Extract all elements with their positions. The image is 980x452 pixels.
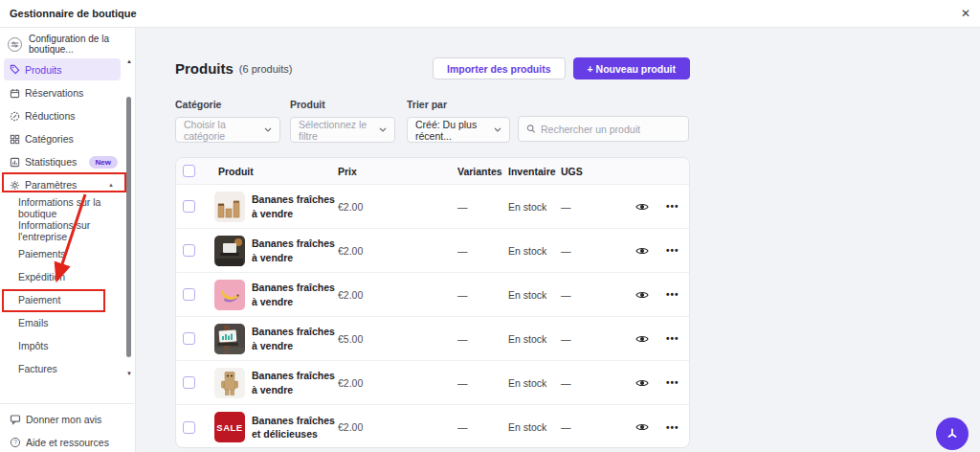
sidebar-subitem-informations-entreprise[interactable]: Informations sur l'entreprise [0, 219, 135, 242]
eye-icon [635, 246, 649, 256]
product-price: €2.00 [338, 289, 457, 301]
row-menu-button[interactable]: ••• [666, 422, 690, 433]
sort-select[interactable]: Créé: Du plus récent... [407, 117, 510, 143]
eye-icon [635, 422, 649, 432]
view-product-button[interactable] [634, 286, 651, 304]
row-checkbox[interactable] [183, 421, 195, 434]
product-thumbnail: SALE [214, 412, 245, 442]
inventory-status: En stock [508, 377, 561, 389]
inventory-status: En stock [508, 421, 561, 433]
sidebar-item-label: Réductions [25, 110, 76, 122]
product-name: Bananes fraîches à vendre [252, 369, 336, 396]
table-row: Bananes fraîches à vendre €2.00 — En sto… [176, 273, 689, 317]
help-link[interactable]: ? Aide et ressources [0, 431, 134, 452]
row-menu-button[interactable]: ••• [666, 333, 690, 344]
sidebar-subitem-expedition[interactable]: Expédition [0, 265, 135, 288]
collapse-caret-icon[interactable]: ▲ [108, 182, 114, 188]
product-filter-select[interactable]: Sélectionnez le filtre [290, 117, 395, 143]
search-input[interactable] [541, 124, 680, 135]
scroll-down-icon[interactable]: ▼ [124, 371, 134, 376]
sidebar-subitem-paiements[interactable]: Paiements [0, 242, 135, 265]
header-product: Produit [212, 166, 338, 177]
store-configuration-label: Configuration de la boutique... [29, 34, 135, 55]
sidebar-item-label: Produits [25, 64, 62, 76]
row-checkbox[interactable] [183, 376, 195, 389]
product-thumbnail [214, 192, 245, 222]
feedback-link[interactable]: Donner mon avis [0, 408, 134, 431]
select-all-checkbox[interactable] [183, 165, 195, 177]
eye-icon [635, 290, 649, 300]
sidebar-item-label: Paramètres [25, 179, 77, 191]
product-price: €5.00 [338, 333, 457, 345]
sidebar-subitem-informations-boutique[interactable]: Informations sur la boutique [0, 196, 135, 219]
inventory-status: En stock [508, 245, 561, 257]
product-price: €2.00 [338, 245, 457, 257]
view-product-button[interactable] [634, 330, 651, 348]
product-thumbnail [214, 236, 245, 266]
sidebar-item-categories[interactable]: Catégories [0, 127, 135, 150]
store-configuration-link[interactable]: Configuration de la boutique... [0, 34, 135, 55]
discount-icon [10, 111, 20, 122]
row-menu-button[interactable]: ••• [666, 245, 690, 256]
eye-icon [635, 334, 649, 344]
table-row: Bananes fraîches à vendre €2.00 — En sto… [176, 361, 689, 405]
row-checkbox[interactable] [183, 332, 195, 345]
view-product-button[interactable] [634, 242, 651, 260]
chevron-down-icon [379, 127, 387, 132]
header-variants: Variantes [457, 166, 508, 177]
row-checkbox[interactable] [183, 288, 195, 301]
close-icon[interactable]: ✕ [961, 8, 970, 19]
category-select[interactable]: Choisir la catégorie [175, 117, 280, 143]
sale-label: SALE [216, 422, 242, 433]
page-header: Produits (6 produits) Importer des produ… [175, 57, 690, 79]
product-thumbnail [214, 324, 245, 354]
view-product-button[interactable] [634, 418, 651, 436]
view-product-button[interactable] [634, 198, 651, 215]
sidebar-item-statistiques[interactable]: Statistiques New [0, 150, 135, 173]
row-checkbox[interactable] [183, 244, 195, 257]
product-count: (6 produits) [239, 63, 293, 75]
sidebar-item-produits[interactable]: Produits [4, 58, 121, 80]
sidebar-item-parametres[interactable]: Paramètres ▲ [0, 173, 135, 196]
new-product-button[interactable]: + Nouveau produit [573, 57, 690, 79]
product-name: Bananes fraîches à vendre [252, 281, 336, 307]
sidebar-item-reductions[interactable]: Réductions [0, 104, 135, 127]
row-menu-button[interactable]: ••• [666, 201, 690, 212]
row-checkbox[interactable] [183, 200, 195, 213]
eye-icon [635, 202, 649, 212]
view-product-button[interactable] [634, 374, 651, 392]
sidebar-subitem-paiement[interactable]: Paiement [0, 288, 135, 311]
product-name: Bananes fraîches à vendre [252, 192, 336, 219]
table-row: Bananes fraîches à vendre €5.00 — En sto… [176, 317, 689, 361]
product-thumbnail [214, 280, 245, 310]
inventory-status: En stock [508, 201, 561, 213]
chevron-down-icon [494, 127, 501, 132]
header-sku: UGS [561, 166, 634, 177]
scroll-up-icon[interactable]: ▲ [124, 58, 134, 64]
new-badge: New [89, 156, 118, 169]
header-inventory: Inventaire [508, 166, 561, 177]
sidebar-footer: Donner mon avis ? Aide et ressources [0, 403, 134, 452]
product-price: €2.00 [338, 377, 457, 389]
product-price: €2.00 [338, 421, 457, 433]
sidebar-subitem-factures[interactable]: Factures [0, 357, 135, 380]
sidebar-item-label: Catégories [25, 133, 74, 145]
grid-icon [10, 134, 20, 145]
main-content: Produits (6 produits) Importer des produ… [136, 28, 980, 452]
product-name: Bananes fraîches à vendre [252, 325, 336, 351]
chat-button[interactable] [936, 418, 969, 450]
row-menu-button[interactable]: ••• [666, 377, 690, 388]
table-row: Bananes fraîches à vendre €2.00 — En sto… [176, 229, 689, 273]
sidebar-subitem-emails[interactable]: Emails [0, 311, 135, 334]
sidebar-item-reservations[interactable]: Réservations [0, 81, 135, 104]
sliders-icon [8, 37, 22, 52]
sidebar-scrollbar-thumb[interactable] [126, 97, 131, 357]
product-name: Bananes fraîches et délicieuses [252, 414, 336, 441]
sort-filter-label: Trier par [407, 99, 510, 110]
header-price: Prix [338, 166, 457, 177]
import-products-button[interactable]: Importer des produits [433, 57, 566, 79]
row-menu-button[interactable]: ••• [666, 289, 690, 300]
inventory-status: En stock [508, 289, 561, 301]
category-filter-label: Catégorie [175, 99, 280, 110]
sidebar-subitem-impots[interactable]: Impôts [0, 334, 135, 357]
